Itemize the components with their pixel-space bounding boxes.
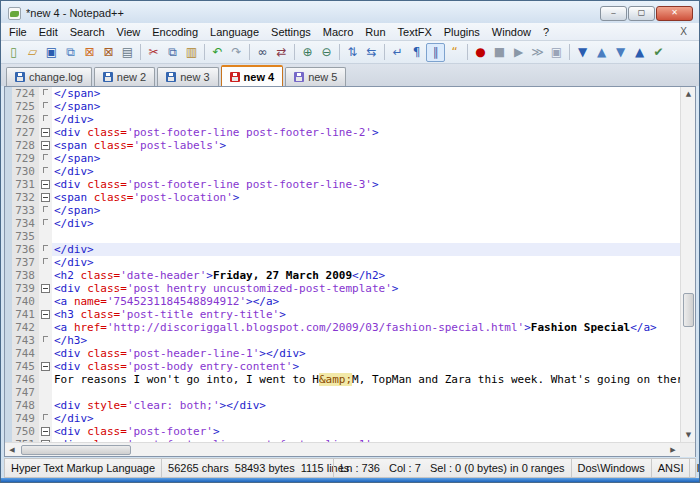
save-macro-button[interactable]: ▣ xyxy=(547,43,566,62)
bookmark-margin[interactable] xyxy=(5,373,12,386)
code-text[interactable]: <span class='post-location'> xyxy=(52,191,680,204)
bookmark-margin[interactable] xyxy=(5,217,12,230)
fold-margin[interactable] xyxy=(39,178,52,191)
code-lines[interactable]: 724</span>725</span>726</div>727<div cla… xyxy=(5,87,680,442)
bookmark-margin[interactable] xyxy=(5,256,12,269)
fold-margin[interactable] xyxy=(39,386,52,399)
menu-item-run[interactable]: Run xyxy=(359,25,391,39)
textfx-up-button[interactable]: ▲ xyxy=(592,43,611,62)
textfx-spellcheck-button[interactable]: ✔ xyxy=(649,43,668,62)
menu-item-macro[interactable]: Macro xyxy=(317,25,360,39)
bookmark-margin[interactable] xyxy=(5,347,12,360)
fold-margin[interactable] xyxy=(39,113,52,126)
code-text[interactable]: </div> xyxy=(52,256,680,269)
code-text[interactable]: <h3 class='post-title entry-title'> xyxy=(52,308,680,321)
fold-margin[interactable] xyxy=(39,87,52,100)
fold-margin[interactable] xyxy=(39,282,52,295)
horizontal-scrollbar[interactable]: ◀ ▶ xyxy=(5,442,695,456)
fold-margin[interactable] xyxy=(39,139,52,152)
bookmark-margin[interactable] xyxy=(5,360,12,373)
bookmark-margin[interactable] xyxy=(5,412,12,425)
close-button[interactable]: ✕ xyxy=(656,6,693,21)
tab-new-2[interactable]: new 2 xyxy=(94,67,155,86)
fold-margin[interactable] xyxy=(39,230,52,243)
save-all-button[interactable]: ⧉ xyxy=(61,43,80,62)
code-text[interactable]: <span class='post-labels'> xyxy=(52,139,680,152)
menu-item-search[interactable]: Search xyxy=(64,25,111,39)
menu-item-plugins[interactable]: Plugins xyxy=(438,25,486,39)
find-replace-button[interactable]: ⇄ xyxy=(272,43,291,62)
fold-margin[interactable] xyxy=(39,126,52,139)
code-text[interactable]: <h2 class='date-header'>Friday, 27 March… xyxy=(52,269,680,282)
fold-margin[interactable] xyxy=(39,412,52,425)
close-file-button[interactable]: ⊠ xyxy=(80,43,99,62)
new-file-button[interactable]: ▯ xyxy=(4,43,23,62)
tab-new-4[interactable]: new 4 xyxy=(221,65,284,86)
bookmark-margin[interactable] xyxy=(5,139,12,152)
bookmark-margin[interactable] xyxy=(5,152,12,165)
bookmark-margin[interactable] xyxy=(5,87,12,100)
horizontal-scroll-thumb[interactable] xyxy=(21,445,131,455)
bookmark-margin[interactable] xyxy=(5,425,12,438)
code-text[interactable]: <div style='clear: both;'></div> xyxy=(52,399,680,412)
code-text[interactable]: <div class='post-footer-line post-footer… xyxy=(52,126,680,139)
fold-collapse-icon[interactable] xyxy=(41,128,50,137)
fold-margin[interactable] xyxy=(39,308,52,321)
bookmark-margin[interactable] xyxy=(5,191,12,204)
undo-button[interactable]: ↶ xyxy=(208,43,227,62)
fold-margin[interactable] xyxy=(39,347,52,360)
fold-collapse-icon[interactable] xyxy=(41,193,50,202)
vertical-scrollbar[interactable]: ▲ ▼ xyxy=(680,87,695,442)
code-text[interactable]: </div> xyxy=(52,243,680,256)
code-text[interactable]: <div class='post-header-line-1'></div> xyxy=(52,347,680,360)
fold-margin[interactable] xyxy=(39,334,52,347)
menu-item-help[interactable]: ? xyxy=(537,25,555,39)
code-text[interactable]: </span> xyxy=(52,100,680,113)
indent-guide-button[interactable]: ∥ xyxy=(426,43,445,62)
fold-margin[interactable] xyxy=(39,217,52,230)
sync-horizontal-scroll-button[interactable]: ⇆ xyxy=(362,43,381,62)
bookmark-margin[interactable] xyxy=(5,269,12,282)
menu-item-edit[interactable]: Edit xyxy=(33,25,64,39)
stop-macro-button[interactable]: ■ xyxy=(490,43,509,62)
fold-margin[interactable] xyxy=(39,425,52,438)
run-macro-multiple-button[interactable]: ≫ xyxy=(528,43,547,62)
tab-new-3[interactable]: new 3 xyxy=(157,67,218,86)
menu-item-textfx[interactable]: TextFX xyxy=(392,25,438,39)
close-all-button[interactable]: ⊠ xyxy=(99,43,118,62)
code-text[interactable]: <div class='post-footer'> xyxy=(52,425,680,438)
bookmark-margin[interactable] xyxy=(5,282,12,295)
code-text[interactable]: </span> xyxy=(52,204,680,217)
paste-button[interactable]: ▥ xyxy=(182,43,201,62)
fold-margin[interactable] xyxy=(39,269,52,282)
record-macro-button[interactable]: ● xyxy=(471,43,490,62)
code-text[interactable]: <a href='http://discoriggall.blogspot.co… xyxy=(52,321,680,334)
fold-margin[interactable] xyxy=(39,399,52,412)
code-text[interactable]: </h3> xyxy=(52,334,680,347)
bookmark-margin[interactable] xyxy=(5,334,12,347)
fold-margin[interactable] xyxy=(39,165,52,178)
fold-collapse-icon[interactable] xyxy=(41,141,50,150)
textfx-down-button[interactable]: ▼ xyxy=(611,43,630,62)
tab-change-log[interactable]: change.log xyxy=(6,67,92,86)
fold-margin[interactable] xyxy=(39,373,52,386)
fold-margin[interactable] xyxy=(39,152,52,165)
word-wrap-button[interactable]: ↵ xyxy=(388,43,407,62)
menu-item-file[interactable]: File xyxy=(3,25,33,39)
fold-margin[interactable] xyxy=(39,191,52,204)
code-text[interactable]: </span> xyxy=(52,87,680,100)
fold-margin[interactable] xyxy=(39,204,52,217)
redo-button[interactable]: ↷ xyxy=(227,43,246,62)
fold-margin[interactable] xyxy=(39,295,52,308)
fold-collapse-icon[interactable] xyxy=(41,180,50,189)
play-macro-button[interactable]: ▶ xyxy=(509,43,528,62)
title-bar[interactable]: *new 4 - Notepad++ – ▢ ✕ xyxy=(1,1,699,23)
code-text[interactable] xyxy=(52,230,680,243)
fold-margin[interactable] xyxy=(39,243,52,256)
fold-margin[interactable] xyxy=(39,321,52,334)
fold-collapse-icon[interactable] xyxy=(41,427,50,436)
sync-vertical-scroll-button[interactable]: ⇅ xyxy=(343,43,362,62)
bookmark-margin[interactable] xyxy=(5,126,12,139)
scroll-right-arrow-icon[interactable]: ▶ xyxy=(666,443,680,457)
fold-collapse-icon[interactable] xyxy=(41,310,50,319)
